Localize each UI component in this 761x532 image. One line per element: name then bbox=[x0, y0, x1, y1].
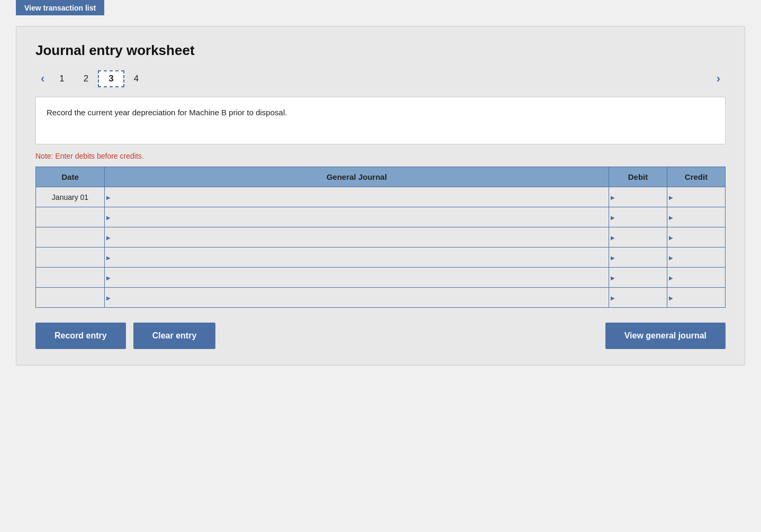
general-journal-cell-6[interactable] bbox=[105, 288, 609, 308]
table-row bbox=[36, 247, 726, 268]
view-transaction-link[interactable]: View transaction list bbox=[24, 4, 96, 12]
table-row bbox=[36, 207, 726, 227]
general-journal-cell-1[interactable] bbox=[105, 187, 609, 207]
debit-input-3[interactable] bbox=[609, 227, 667, 247]
general-journal-cell-3[interactable] bbox=[105, 227, 609, 247]
general-journal-cell-4[interactable] bbox=[105, 247, 609, 268]
credit-cell-4[interactable] bbox=[667, 247, 726, 268]
record-entry-button[interactable]: Record entry bbox=[35, 323, 126, 349]
credit-cell-6[interactable] bbox=[667, 288, 726, 308]
credit-input-5[interactable] bbox=[667, 268, 725, 287]
credit-cell-5[interactable] bbox=[667, 268, 726, 288]
clear-entry-button[interactable]: Clear entry bbox=[133, 323, 216, 349]
page-4-button[interactable]: 4 bbox=[124, 71, 148, 86]
debit-cell-3[interactable] bbox=[609, 227, 667, 247]
credit-input-6[interactable] bbox=[667, 288, 725, 307]
debit-input-6[interactable] bbox=[609, 288, 667, 307]
general-journal-input-2[interactable] bbox=[105, 207, 609, 227]
debit-cell-2[interactable] bbox=[609, 207, 667, 227]
general-journal-cell-2[interactable] bbox=[105, 207, 609, 227]
general-journal-input-1[interactable] bbox=[105, 187, 609, 207]
table-row: January 01 bbox=[36, 187, 726, 207]
instruction-text: Record the current year depreciation for… bbox=[47, 108, 287, 117]
general-journal-input-5[interactable] bbox=[105, 268, 609, 287]
debit-cell-6[interactable] bbox=[609, 288, 667, 308]
general-journal-input-6[interactable] bbox=[105, 288, 609, 307]
worksheet-container: Journal entry worksheet ‹ 1 2 3 4 › Reco… bbox=[16, 26, 745, 365]
header-credit: Credit bbox=[667, 167, 726, 187]
page-1-button[interactable]: 1 bbox=[50, 71, 74, 86]
credit-input-1[interactable] bbox=[667, 187, 725, 207]
credit-cell-1[interactable] bbox=[667, 187, 726, 207]
prev-page-button[interactable]: ‹ bbox=[35, 71, 50, 87]
date-cell-6 bbox=[36, 288, 105, 308]
journal-table: Date General Journal Debit Credit Januar… bbox=[35, 167, 726, 308]
pagination: ‹ 1 2 3 4 › bbox=[35, 70, 726, 87]
general-journal-cell-5[interactable] bbox=[105, 268, 609, 288]
debit-input-5[interactable] bbox=[609, 268, 667, 287]
page-3-button[interactable]: 3 bbox=[98, 70, 124, 87]
date-cell-2 bbox=[36, 207, 105, 227]
header-date: Date bbox=[36, 167, 105, 187]
header-debit: Debit bbox=[609, 167, 667, 187]
header-general-journal: General Journal bbox=[105, 167, 609, 187]
debit-cell-5[interactable] bbox=[609, 268, 667, 288]
credit-input-4[interactable] bbox=[667, 247, 725, 267]
general-journal-input-3[interactable] bbox=[105, 227, 609, 247]
date-cell-4 bbox=[36, 247, 105, 268]
table-row bbox=[36, 288, 726, 308]
date-cell-3 bbox=[36, 227, 105, 247]
credit-input-3[interactable] bbox=[667, 227, 725, 247]
note-text: Note: Enter debits before credits. bbox=[35, 152, 726, 160]
page-2-button[interactable]: 2 bbox=[74, 71, 98, 86]
date-cell-1: January 01 bbox=[36, 187, 105, 207]
credit-cell-3[interactable] bbox=[667, 227, 726, 247]
instruction-box: Record the current year depreciation for… bbox=[35, 97, 726, 144]
debit-input-2[interactable] bbox=[609, 207, 667, 227]
credit-input-2[interactable] bbox=[667, 207, 725, 227]
table-row bbox=[36, 227, 726, 247]
debit-input-1[interactable] bbox=[609, 187, 667, 207]
debit-cell-1[interactable] bbox=[609, 187, 667, 207]
debit-input-4[interactable] bbox=[609, 247, 667, 267]
credit-cell-2[interactable] bbox=[667, 207, 726, 227]
view-general-journal-button[interactable]: View general journal bbox=[605, 323, 726, 349]
general-journal-input-4[interactable] bbox=[105, 247, 609, 267]
buttons-row: Record entry Clear entry View general jo… bbox=[35, 323, 726, 349]
date-cell-5 bbox=[36, 268, 105, 288]
worksheet-title: Journal entry worksheet bbox=[35, 42, 726, 59]
debit-cell-4[interactable] bbox=[609, 247, 667, 268]
table-row bbox=[36, 268, 726, 288]
next-page-button[interactable]: › bbox=[711, 71, 726, 87]
top-bar[interactable]: View transaction list bbox=[16, 0, 104, 15]
